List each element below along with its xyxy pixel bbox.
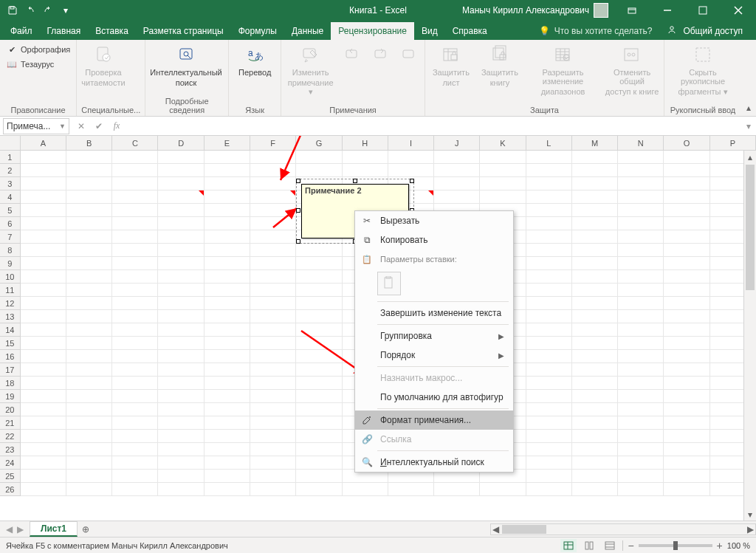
cell[interactable] xyxy=(158,430,204,443)
cell[interactable] xyxy=(526,403,572,416)
allow-edit-ranges-button[interactable]: Разрешить изменениедиапазонов xyxy=(527,43,599,96)
cell[interactable] xyxy=(526,257,572,270)
cell[interactable] xyxy=(618,377,664,390)
tab-view[interactable]: Вид xyxy=(414,22,445,40)
cell[interactable] xyxy=(572,204,618,217)
ctx-copy[interactable]: ⧉Копировать xyxy=(355,230,513,250)
column-header[interactable]: J xyxy=(434,136,480,150)
cell[interactable] xyxy=(526,297,572,310)
add-sheet-button[interactable]: ⊕ xyxy=(78,521,94,537)
tab-formulas[interactable]: Формулы xyxy=(231,22,284,40)
cell[interactable] xyxy=(112,177,158,190)
zoom-slider[interactable] xyxy=(639,544,712,547)
cell[interactable] xyxy=(526,310,572,323)
cell[interactable] xyxy=(664,483,709,496)
horizontal-scrollbar[interactable]: ◀ ▶ xyxy=(490,523,756,535)
cell[interactable] xyxy=(434,164,480,177)
cell[interactable] xyxy=(296,284,342,297)
cell[interactable] xyxy=(572,443,618,456)
cell[interactable] xyxy=(205,483,250,496)
cell[interactable] xyxy=(526,337,572,350)
row-header[interactable]: 3 xyxy=(0,177,21,190)
cell[interactable] xyxy=(618,297,664,310)
cell[interactable] xyxy=(112,443,158,456)
cell[interactable] xyxy=(572,177,618,190)
cell[interactable] xyxy=(664,350,709,363)
cell[interactable] xyxy=(664,377,709,390)
cell[interactable] xyxy=(526,177,572,190)
cell[interactable] xyxy=(572,310,618,323)
cell[interactable] xyxy=(250,323,296,337)
row-header[interactable]: 15 xyxy=(0,337,21,350)
cell[interactable] xyxy=(21,204,66,217)
cell[interactable] xyxy=(250,403,296,416)
expand-formula-icon[interactable]: ▾ xyxy=(741,121,756,131)
cell[interactable] xyxy=(618,443,664,456)
cell[interactable] xyxy=(664,270,709,284)
cell[interactable] xyxy=(250,164,296,177)
cell[interactable] xyxy=(112,430,158,443)
cell[interactable] xyxy=(205,284,250,297)
cell[interactable] xyxy=(250,443,296,456)
cell[interactable] xyxy=(664,443,709,456)
cell[interactable] xyxy=(664,151,709,164)
cell[interactable] xyxy=(21,470,66,483)
cell[interactable] xyxy=(158,270,204,284)
row-header[interactable]: 11 xyxy=(0,284,21,297)
cell[interactable] xyxy=(205,403,250,416)
cell[interactable] xyxy=(526,204,572,217)
row-header[interactable]: 13 xyxy=(0,310,21,323)
cell[interactable] xyxy=(526,443,572,456)
cell[interactable] xyxy=(664,230,709,244)
cell[interactable] xyxy=(526,164,572,177)
cell[interactable] xyxy=(205,244,250,257)
ctx-end-edit[interactable]: Завершить изменение текста xyxy=(355,303,513,323)
cell[interactable] xyxy=(112,257,158,270)
cell[interactable] xyxy=(664,323,709,337)
cell[interactable] xyxy=(21,363,66,377)
cell[interactable] xyxy=(21,337,66,350)
row-header[interactable]: 7 xyxy=(0,230,21,244)
cell[interactable] xyxy=(158,377,204,390)
cell[interactable] xyxy=(21,230,66,244)
cell[interactable] xyxy=(21,257,66,270)
cell[interactable] xyxy=(205,151,250,164)
cell[interactable] xyxy=(205,190,250,204)
cell[interactable] xyxy=(664,403,709,416)
cell[interactable] xyxy=(66,217,112,230)
cell[interactable] xyxy=(618,284,664,297)
view-page-break-icon[interactable] xyxy=(602,539,618,552)
cell[interactable] xyxy=(250,377,296,390)
cell[interactable] xyxy=(21,483,66,496)
cell[interactable] xyxy=(66,204,112,217)
cell[interactable] xyxy=(572,164,618,177)
cell[interactable] xyxy=(21,190,66,204)
cell[interactable] xyxy=(572,483,618,496)
cell[interactable] xyxy=(112,377,158,390)
cell[interactable] xyxy=(572,470,618,483)
row-header[interactable]: 26 xyxy=(0,483,21,496)
cell[interactable] xyxy=(526,416,572,430)
cell[interactable] xyxy=(480,190,526,204)
cell[interactable] xyxy=(205,443,250,456)
qat-dropdown-icon[interactable]: ▾ xyxy=(58,2,74,18)
cell[interactable] xyxy=(480,164,526,177)
cell[interactable] xyxy=(158,177,204,190)
cell[interactable] xyxy=(158,390,204,403)
cell[interactable] xyxy=(66,164,112,177)
cell[interactable] xyxy=(618,430,664,443)
cell[interactable] xyxy=(158,350,204,363)
cell[interactable] xyxy=(250,151,296,164)
cell[interactable] xyxy=(112,350,158,363)
cell[interactable] xyxy=(158,217,204,230)
cell[interactable] xyxy=(664,310,709,323)
cell[interactable] xyxy=(112,217,158,230)
cell[interactable] xyxy=(572,217,618,230)
cancel-formula-icon[interactable]: ✕ xyxy=(72,118,90,134)
ctx-default-shape[interactable]: По умолчанию для автофигур xyxy=(355,388,513,407)
column-header[interactable]: F xyxy=(250,136,296,150)
cell[interactable] xyxy=(618,244,664,257)
cell[interactable] xyxy=(296,151,342,164)
cell[interactable] xyxy=(526,190,572,204)
cell[interactable] xyxy=(664,164,709,177)
